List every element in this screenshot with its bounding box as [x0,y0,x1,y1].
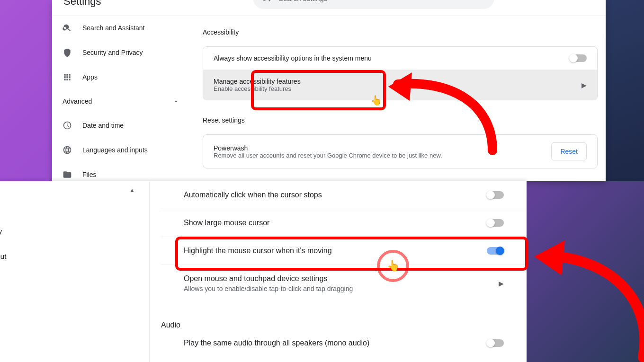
sidebar-item-fragment[interactable] [0,294,149,319]
sidebar-partial: ▲ ecurity nd input [0,181,150,362]
row-label: Always show accessibility options in the… [214,54,372,62]
row-label: Automatically click when the cursor stop… [184,191,322,199]
row-sublabel: Allows you to enable/disable tap-to-clic… [184,285,353,292]
sidebar-item-label: Files [82,171,97,178]
audio-heading: Audio [161,302,527,336]
sidebar-item-input-fragment[interactable]: nd input [0,244,149,269]
row-sublabel: Enable accessibility features [214,85,301,92]
reset-card: Powerwash Remove all user accounts and r… [203,134,598,168]
sidebar-item-security-fragment[interactable]: ecurity [0,219,149,244]
sidebar-item-apps[interactable]: Apps [52,65,189,89]
accessibility-card: Always show accessibility options in the… [203,46,598,100]
folder-icon [63,170,72,179]
chevron-up-icon [173,98,179,104]
toggle-auto-click[interactable] [487,191,504,199]
sidebar-item-languages[interactable]: Languages and inputs [52,138,189,162]
manage-accessibility-row[interactable]: Manage accessibility features Enable acc… [203,70,597,100]
reset-heading: Reset settings [203,116,598,124]
auto-click-row[interactable]: Automatically click when the cursor stop… [161,181,527,209]
toggle-mono-audio[interactable] [487,339,504,347]
powerwash-row: Powerwash Remove all user accounts and r… [203,135,597,168]
apps-icon [63,72,72,82]
chevron-right-icon: ▶ [581,81,587,89]
mono-audio-row[interactable]: Play the same audio through all speakers… [161,336,527,357]
sidebar-item-search-assistant[interactable]: Search and Assistant [52,16,189,40]
sidebar: Search and Assistant Security and Privac… [52,16,189,187]
sidebar-item-label: Security and Privacy [82,49,143,56]
toggle-always-show-accessibility[interactable] [570,54,587,62]
search-input[interactable]: Search settings [253,0,494,9]
search-icon [63,23,72,33]
globe-icon [63,145,72,155]
row-label: Highlight the mouse cursor when it's mov… [184,247,332,255]
search-icon [262,0,272,3]
row-label: Powerwash [214,144,442,152]
row-label: Manage accessibility features [214,78,301,85]
row-sublabel: Remove all user accounts and reset your … [214,152,442,159]
app-title: Settings [63,0,101,8]
sidebar-advanced-toggle[interactable]: Advanced [52,89,189,113]
always-show-accessibility-row[interactable]: Always show accessibility options in the… [203,47,597,70]
reset-button[interactable]: Reset [551,142,587,160]
chevron-up-icon[interactable]: ▲ [0,187,149,194]
highlight-cursor-row[interactable]: Highlight the mouse cursor when it's mov… [161,237,527,265]
shield-icon [63,48,72,57]
sidebar-item-fragment[interactable] [0,194,149,219]
settings-window-top: Settings Search settings Search and Assi… [52,0,606,181]
chevron-right-icon: ▶ [499,280,504,287]
sidebar-item-label: Date and time [82,122,124,129]
row-label: Play the same audio through all speakers… [184,339,369,347]
toggle-large-cursor[interactable] [487,219,504,227]
accessibility-heading: Accessibility [203,28,598,36]
sidebar-item-label: Apps [82,73,98,81]
row-label: Open mouse and touchpad device settings [184,274,353,283]
clock-icon [63,121,72,130]
sidebar-item-security[interactable]: Security and Privacy [52,40,189,65]
large-cursor-row[interactable]: Show large mouse cursor [161,209,527,237]
sidebar-item-label: Search and Assistant [82,24,145,32]
sidebar-item-label: Advanced [63,97,92,105]
sidebar-item-label: Languages and inputs [82,146,148,154]
sidebar-item-fragment[interactable] [0,319,149,344]
settings-window-bottom: ▲ ecurity nd input Automatically click w… [0,181,644,362]
mouse-touchpad-row[interactable]: Open mouse and touchpad device settings … [161,265,527,302]
sidebar-item-fragment[interactable] [0,269,149,294]
sidebar-item-date-time[interactable]: Date and time [52,113,189,138]
search-placeholder: Search settings [278,0,327,2]
toggle-highlight-cursor[interactable] [487,247,504,255]
row-label: Show large mouse cursor [184,219,269,227]
